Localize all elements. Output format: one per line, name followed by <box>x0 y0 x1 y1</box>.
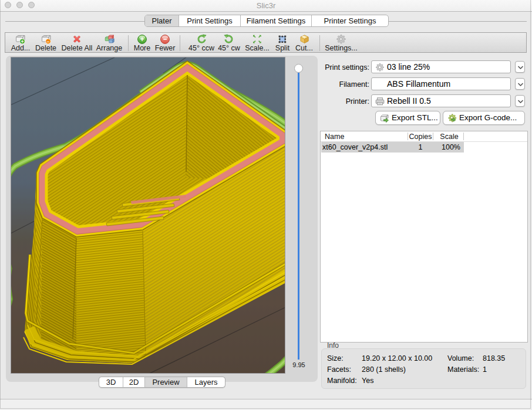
svg-text:−: − <box>163 35 167 43</box>
svg-text:+: + <box>140 35 144 43</box>
